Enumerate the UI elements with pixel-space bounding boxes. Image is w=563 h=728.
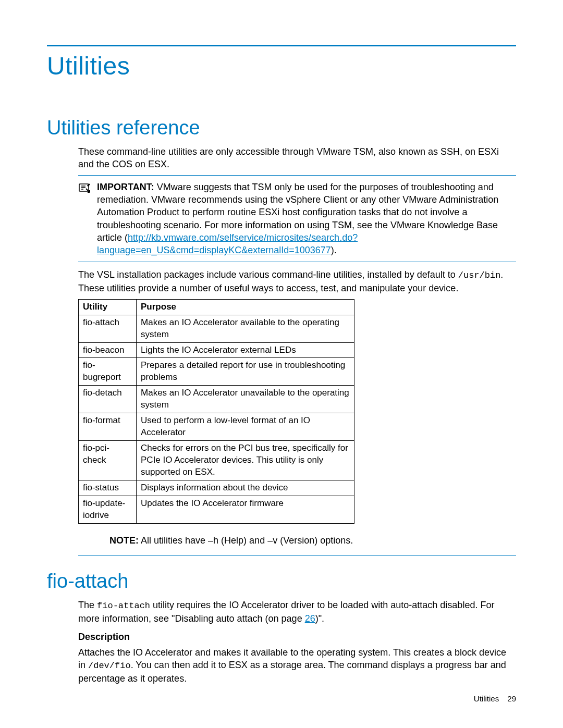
important-text: IMPORTANT: VMware suggests that TSM only… [97,181,516,257]
important-callout: IMPORTANT: VMware suggests that TSM only… [78,175,516,263]
cell: fio-bugreport [79,358,137,386]
cell: fio-detach [79,386,137,413]
col-utility: Utility [79,299,137,315]
post-1a: The VSL installation packages include va… [78,269,458,280]
cell: Prepares a detailed report for use in tr… [137,358,354,386]
cell: fio-format [79,413,137,441]
important-icon [78,181,97,198]
note-label: NOTE: [109,535,139,546]
table-row: fio-detachMakes an IO Accelerator unavai… [79,386,354,413]
cell: Displays information about the device [137,480,354,496]
cell: Checks for errors on the PCI bus tree, s… [137,441,354,480]
p1a: The [78,600,97,610]
section-fio-attach: fio-attach [47,568,516,595]
page-title: Utilities [47,50,516,83]
svg-point-2 [89,184,90,185]
section-utilities-reference: Utilities reference [47,115,516,141]
cell: fio-status [79,480,137,496]
cell: Makes an IO Accelerator available to the… [137,315,354,342]
table-header-row: Utility Purpose [79,299,354,315]
table-row: fio-update-iodriveUpdates the IO Acceler… [79,496,354,523]
fio-attach-description: Attaches the IO Accelerator and makes it… [78,646,516,685]
col-purpose: Purpose [137,299,354,315]
cell: Used to perform a low-level format of an… [137,413,354,441]
utilities-table: Utility Purpose fio-attachMakes an IO Ac… [78,299,354,524]
important-link[interactable]: http://kb.vmware.com/selfservice/microsi… [97,232,358,255]
table-row: fio-statusDisplays information about the… [79,480,354,496]
cell: Lights the IO Accelerator external LEDs [137,342,354,358]
table-row: fio-bugreportPrepares a detailed report … [79,358,354,386]
note-body: All utilities have –h (Help) and –v (Ver… [141,535,353,546]
p1-code: fio-attach [97,601,150,611]
important-body-2: ). [331,245,337,255]
cell: fio-beacon [79,342,137,358]
post-important-paragraph: The VSL installation packages include va… [78,268,516,294]
cell: Updates the IO Accelerator firmware [137,496,354,523]
cell: fio-pci-check [79,441,137,480]
description-subhead: Description [78,631,516,643]
p1c: )". [315,613,324,624]
table-row: fio-pci-checkChecks for errors on the PC… [79,441,354,480]
note-callout: NOTE: All utilities have –h (Help) and –… [78,527,516,556]
footer-label: Utilities [474,694,499,703]
svg-point-1 [88,185,89,186]
p2-code: /dev/fio [88,661,131,671]
intro-paragraph: These command-line utilities are only ac… [78,145,516,171]
table-row: fio-beaconLights the IO Accelerator exte… [79,342,354,358]
page-link-26[interactable]: 26 [305,613,315,624]
top-rule [47,45,516,46]
fio-attach-p1: The fio-attach utility requires the IO A… [78,599,516,625]
cell: Makes an IO Accelerator unavailable to t… [137,386,354,413]
footer-page-number: 29 [507,694,516,703]
post-1-code: /usr/bin [458,270,501,280]
important-label: IMPORTANT: [97,182,154,192]
p2b: . You can then add it to ESX as a storag… [78,660,506,684]
table-row: fio-attachMakes an IO Accelerator availa… [79,315,354,342]
cell: fio-attach [79,315,137,342]
page-footer: Utilities 29 [474,694,516,704]
cell: fio-update-iodrive [79,496,137,523]
table-row: fio-formatUsed to perform a low-level fo… [79,413,354,441]
